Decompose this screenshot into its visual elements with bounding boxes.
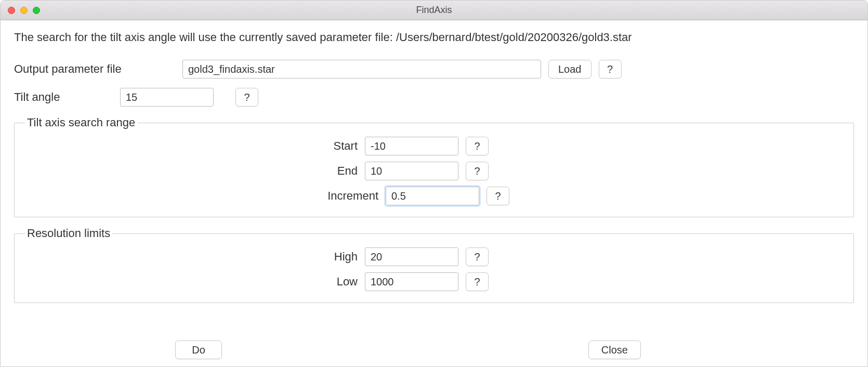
tilt-angle-row: Tilt angle ? <box>14 88 854 107</box>
help-start-button[interactable]: ? <box>466 137 489 155</box>
end-input[interactable] <box>365 162 458 180</box>
help-tilt-angle-button[interactable]: ? <box>235 88 258 107</box>
tilt-angle-label: Tilt angle <box>14 90 113 104</box>
do-button[interactable]: Do <box>175 340 222 359</box>
end-label: End <box>25 164 358 178</box>
increment-label: Increment <box>25 189 378 203</box>
titlebar: FindAxis <box>1 1 867 20</box>
footer: Do Close <box>1 335 867 366</box>
start-row: Start ? <box>25 137 843 155</box>
start-label: Start <box>25 139 358 153</box>
resolution-limits-legend: Resolution limits <box>25 227 112 240</box>
window: FindAxis The search for the tilt axis an… <box>0 0 868 367</box>
help-increment-button[interactable]: ? <box>486 187 509 205</box>
output-file-input[interactable] <box>182 60 541 78</box>
load-button[interactable]: Load <box>548 60 591 78</box>
minimize-window-icon[interactable] <box>20 7 28 14</box>
high-input[interactable] <box>365 247 458 266</box>
traffic-lights <box>8 7 40 14</box>
tilt-axis-range-fieldset: Tilt axis search range Start ? End ? Inc… <box>14 116 854 217</box>
increment-row: Increment ? <box>25 187 843 205</box>
high-row: High ? <box>25 247 843 266</box>
window-title: FindAxis <box>1 5 867 16</box>
help-low-button[interactable]: ? <box>466 272 489 291</box>
output-file-row: Output parameter file Load ? <box>14 60 854 78</box>
start-input[interactable] <box>365 137 458 155</box>
help-output-file-button[interactable]: ? <box>599 60 622 78</box>
increment-input[interactable] <box>386 187 479 205</box>
intro-text: The search for the tilt axis angle will … <box>14 31 854 44</box>
close-window-icon[interactable] <box>8 7 15 14</box>
help-high-button[interactable]: ? <box>466 247 489 266</box>
resolution-limits-fieldset: Resolution limits High ? Low ? <box>14 227 854 303</box>
tilt-angle-input[interactable] <box>120 88 214 107</box>
output-file-label: Output parameter file <box>14 62 175 76</box>
low-input[interactable] <box>365 272 458 291</box>
help-end-button[interactable]: ? <box>466 162 489 180</box>
end-row: End ? <box>25 162 843 180</box>
maximize-window-icon[interactable] <box>33 7 40 14</box>
close-button[interactable]: Close <box>588 340 641 359</box>
tilt-axis-range-legend: Tilt axis search range <box>25 116 137 129</box>
high-label: High <box>25 250 358 264</box>
low-row: Low ? <box>25 272 843 291</box>
low-label: Low <box>25 275 358 289</box>
content: The search for the tilt axis angle will … <box>1 20 867 335</box>
